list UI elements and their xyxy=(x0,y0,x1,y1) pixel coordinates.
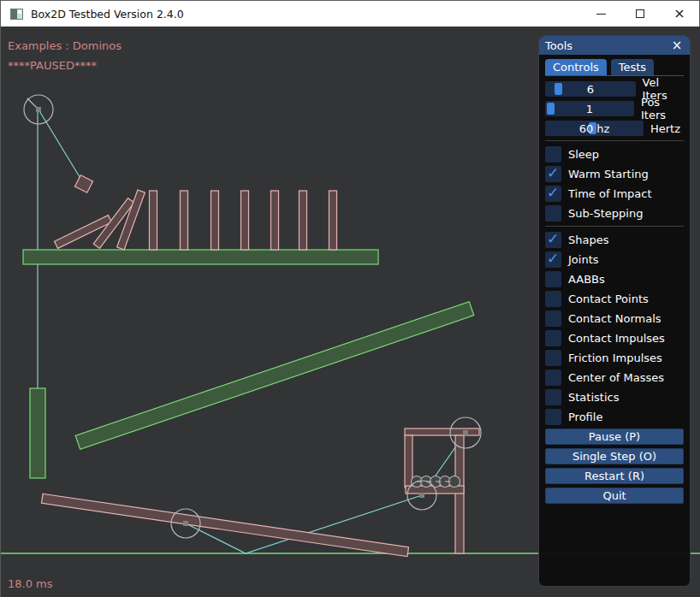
seesaw-plank[interactable] xyxy=(41,494,408,556)
pos-iters-row: 1 Pos Iters xyxy=(545,101,684,116)
pos-iters-slider[interactable]: 1 xyxy=(545,101,634,116)
checkbox-row-warm-starting[interactable]: ✓ Warm Starting xyxy=(545,166,684,182)
hertz-slider[interactable]: 60 hz xyxy=(545,121,644,136)
example-label: Examples : Dominos xyxy=(8,39,122,52)
tab-tests[interactable]: Tests xyxy=(611,59,654,75)
domino[interactable] xyxy=(300,191,307,250)
vertical-green-block[interactable] xyxy=(30,388,45,478)
check-icon: ✓ xyxy=(547,164,559,181)
checkbox-row-aabbs[interactable]: ✓ AABBs xyxy=(545,271,684,287)
frame-time-label: 18.0 ms xyxy=(8,577,53,590)
maximize-button[interactable] xyxy=(620,1,660,27)
checkbox-row-sub-stepping[interactable]: ✓ Sub-Stepping xyxy=(545,205,684,222)
domino-platform[interactable] xyxy=(23,250,378,264)
paused-label: ****PAUSED**** xyxy=(8,59,97,72)
checkbox-label: AABBs xyxy=(568,273,605,286)
checkbox[interactable]: ✓ xyxy=(545,166,561,182)
app-window: Box2D Testbed Version 2.4.0 × xyxy=(0,0,700,597)
checkbox[interactable]: ✓ xyxy=(545,251,561,268)
check-icon: ✓ xyxy=(547,184,559,201)
checkbox[interactable]: ✓ xyxy=(545,232,561,248)
domino[interactable] xyxy=(150,191,157,250)
joint-anchor xyxy=(36,107,41,112)
domino[interactable] xyxy=(329,191,337,250)
checkbox[interactable]: ✓ xyxy=(545,146,561,163)
domino[interactable] xyxy=(241,191,249,250)
quit-button[interactable]: Quit xyxy=(545,488,684,504)
domino[interactable] xyxy=(271,191,279,250)
hertz-label: Hertz xyxy=(650,122,680,135)
pendulum-bob-box[interactable] xyxy=(74,175,92,193)
checkbox[interactable]: ✓ xyxy=(545,409,561,425)
checkbox-label: Contact Normals xyxy=(568,312,661,325)
checkbox-row-contact-normals[interactable]: ✓ Contact Normals xyxy=(545,310,684,327)
hertz-row: 60 hz Hertz xyxy=(545,121,684,136)
app-icon xyxy=(10,9,23,20)
tools-close-button[interactable]: × xyxy=(670,38,684,52)
pulley-frame[interactable] xyxy=(405,429,479,553)
minimize-icon xyxy=(596,14,606,15)
tilted-ramp[interactable] xyxy=(75,302,474,450)
standing-dominoes[interactable] xyxy=(150,191,337,250)
checkbox[interactable]: ✓ xyxy=(545,186,561,202)
joint-anchor xyxy=(463,430,468,435)
checkbox-label: Joints xyxy=(568,253,599,266)
checkbox-row-joints[interactable]: ✓ Joints xyxy=(545,251,684,268)
pendulum-wheel[interactable] xyxy=(24,95,53,124)
checkbox-label: Friction Impulses xyxy=(568,352,662,364)
tools-panel-title: Tools xyxy=(545,39,670,52)
checkbox-row-profile[interactable]: ✓ Profile xyxy=(545,409,684,425)
checkbox-label: Contact Impulses xyxy=(568,332,665,345)
checkbox-label: Sub-Stepping xyxy=(568,207,643,220)
frame-right-leg[interactable] xyxy=(455,435,464,553)
tab-bar: Controls Tests xyxy=(545,59,684,76)
checkbox[interactable]: ✓ xyxy=(545,389,561,405)
tools-panel: Tools × Controls Tests 6 Vel Iters 1 xyxy=(538,35,691,587)
minimize-button[interactable] xyxy=(581,1,620,27)
vel-iters-slider[interactable]: 6 xyxy=(545,81,636,97)
checkbox-row-time-of-impact[interactable]: ✓ Time of Impact xyxy=(545,186,684,202)
checkbox-label: Time of Impact xyxy=(568,187,652,200)
domino[interactable] xyxy=(211,191,219,250)
separator xyxy=(545,226,684,227)
checkbox[interactable]: ✓ xyxy=(545,369,561,386)
close-button[interactable]: × xyxy=(660,1,699,27)
checkbox[interactable]: ✓ xyxy=(545,291,561,307)
maximize-icon xyxy=(636,9,644,18)
separator xyxy=(545,140,684,141)
checkbox[interactable]: ✓ xyxy=(545,350,561,366)
checkbox-row-sleep[interactable]: ✓ Sleep xyxy=(545,146,684,163)
joint-anchor xyxy=(419,493,424,498)
window-title: Box2D Testbed Version 2.4.0 xyxy=(31,8,184,21)
check-icon: ✓ xyxy=(547,230,559,247)
checkbox-row-contact-points[interactable]: ✓ Contact Points xyxy=(545,291,684,307)
checkbox-row-contact-impulses[interactable]: ✓ Contact Impulses xyxy=(545,330,684,346)
checkbox-row-center-of-masses[interactable]: ✓ Center of Masses xyxy=(545,369,684,386)
single-step-button[interactable]: Single Step (O) xyxy=(545,448,684,464)
checkbox-label: Contact Points xyxy=(568,293,649,305)
checkbox[interactable]: ✓ xyxy=(545,271,561,287)
vel-iters-value: 6 xyxy=(545,81,636,97)
fallen-dominoes[interactable] xyxy=(55,190,145,250)
pause-button[interactable]: Pause (P) xyxy=(545,429,684,445)
checkbox-label: Profile xyxy=(568,411,602,423)
joint-anchor xyxy=(183,521,188,526)
checkbox-row-shapes[interactable]: ✓ Shapes xyxy=(545,232,684,248)
checkbox-row-friction-impulses[interactable]: ✓ Friction Impulses xyxy=(545,350,684,366)
hertz-value: 60 hz xyxy=(545,121,644,136)
checkbox[interactable]: ✓ xyxy=(545,310,561,327)
titlebar: Box2D Testbed Version 2.4.0 × xyxy=(1,1,699,27)
checkbox-label: Shapes xyxy=(568,233,608,246)
vel-iters-row: 6 Vel Iters xyxy=(545,81,684,97)
pos-iters-label: Pos Iters xyxy=(641,96,684,121)
checkbox-label: Statistics xyxy=(568,391,619,404)
checkbox-label: Warm Starting xyxy=(568,168,649,180)
close-icon: × xyxy=(673,7,685,21)
tab-controls[interactable]: Controls xyxy=(545,59,607,75)
checkbox[interactable]: ✓ xyxy=(545,205,561,222)
checkbox-row-statistics[interactable]: ✓ Statistics xyxy=(545,389,684,405)
tools-panel-titlebar[interactable]: Tools × xyxy=(539,36,690,55)
checkbox[interactable]: ✓ xyxy=(545,330,561,346)
restart-button[interactable]: Restart (R) xyxy=(545,468,684,484)
domino[interactable] xyxy=(181,191,188,250)
